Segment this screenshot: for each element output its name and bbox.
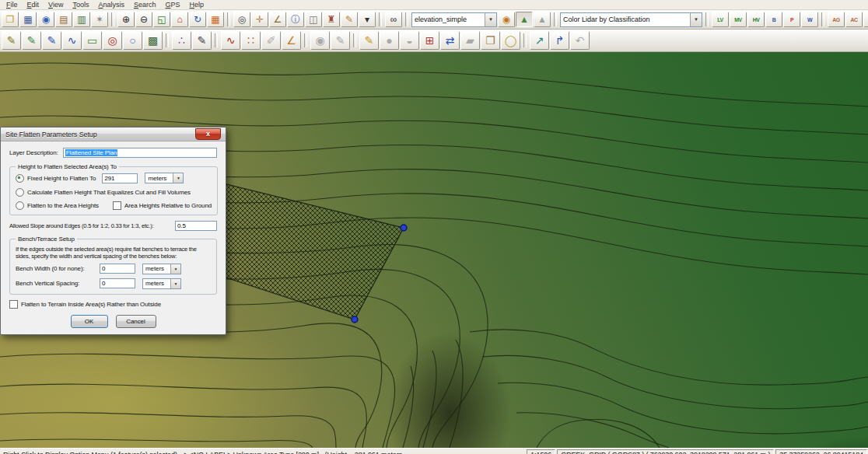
menu-file[interactable]: File	[2, 1, 23, 9]
menu-edit[interactable]: Edit	[23, 1, 44, 9]
move-vertex-button[interactable]: ∿	[221, 31, 240, 50]
lidar-color-combo[interactable]: Color Lidar by Classification▼	[560, 12, 702, 27]
combine-areas-button[interactable]: ◒	[400, 31, 419, 50]
classify-low-veg-button[interactable]: LV	[712, 12, 729, 27]
zoom-in-button[interactable]: ⊕	[117, 12, 135, 27]
classify-water-button[interactable]: W	[801, 12, 818, 27]
copy-feature-button[interactable]: ❐	[481, 31, 500, 50]
edit-vertices-button[interactable]: ✎	[192, 31, 212, 50]
cancel-button[interactable]: Cancel	[116, 315, 156, 328]
zoom-tool-button[interactable]: ◎	[233, 12, 250, 27]
layer-description-field[interactable]: Flattened Site Plan	[63, 148, 217, 158]
ok-button[interactable]: OK	[71, 315, 108, 328]
edit-attributes-button[interactable]: ⊞	[420, 31, 439, 50]
image-swipe-button[interactable]: ◫	[305, 12, 322, 27]
right-angle-mode-button[interactable]: ↱	[550, 31, 569, 50]
fixed-height-unit-combo[interactable]: meters ▼	[145, 173, 184, 183]
lidar-toolbar-button[interactable]: ♜	[323, 12, 340, 27]
menu-tools[interactable]: Tools	[68, 1, 93, 9]
menu-search[interactable]: Search	[129, 1, 161, 9]
ruler-icon: ∠	[274, 15, 282, 24]
create-point-features-button[interactable]: ∴	[172, 31, 191, 50]
full-extent-button[interactable]: ◱	[153, 12, 170, 27]
flag-edited-points-button[interactable]: ⚑	[863, 12, 868, 27]
digitizer-dropdown-button[interactable]: ▾	[359, 12, 376, 27]
measure-tool-button[interactable]: ∠	[269, 12, 286, 27]
map-viewport[interactable]: Site Flatten Parameters Setup x Layer De…	[0, 52, 868, 448]
chevron-down-icon[interactable]: ▼	[170, 279, 180, 288]
trace-feature-button[interactable]: ✎	[331, 31, 350, 50]
chevron-down-icon[interactable]: ▼	[170, 264, 180, 274]
menu-view[interactable]: View	[44, 1, 68, 9]
auto-classify-button[interactable]: AC	[845, 12, 863, 27]
chevron-down-icon[interactable]: ▼	[485, 13, 496, 26]
pan-tool-button[interactable]: ✛	[251, 12, 268, 27]
erase-feature-button[interactable]: ✐	[261, 31, 281, 50]
cut-area-button[interactable]: ●	[380, 31, 399, 50]
fixed-height-input[interactable]	[102, 173, 138, 183]
shader-options-button[interactable]: ◉	[498, 12, 515, 27]
create-line-feature-button[interactable]: ✎	[42, 31, 61, 50]
zoom-out-button[interactable]: ⊖	[135, 12, 152, 27]
chevron-down-icon[interactable]: ▼	[690, 13, 702, 26]
connect-points-button[interactable]: ∷	[241, 31, 261, 50]
create-rectangle-grid-button[interactable]: ▭	[82, 31, 102, 50]
find-features-button[interactable]: ∞	[385, 12, 402, 27]
feature-info-button[interactable]: ⓘ	[287, 12, 304, 27]
create-freehand-button[interactable]: ∿	[62, 31, 82, 50]
snap-angle-button[interactable]: ∠	[282, 31, 301, 50]
rotate-feature-button[interactable]: ▰	[460, 31, 480, 50]
map-catalog-button[interactable]: ▤	[55, 12, 72, 27]
flatten-inside-label: Flatten to Terrain Inside Area(s) Rather…	[21, 301, 161, 308]
calculate-height-radio[interactable]	[16, 188, 24, 197]
home-view-button[interactable]: ⌂	[171, 12, 188, 27]
tile-windows-button[interactable]: ▦	[207, 12, 224, 27]
move-feature-button[interactable]: ⇄	[440, 31, 460, 50]
create-rectangle-button[interactable]: ✎	[22, 31, 41, 50]
create-area-from-lines-button[interactable]: ✎	[359, 31, 379, 50]
reshape-feature-button[interactable]: ◉	[310, 31, 330, 50]
bench-width-unit-combo[interactable]: meters ▼	[142, 264, 181, 274]
relative-to-ground-checkbox[interactable]	[113, 201, 121, 210]
toolbar-separator	[405, 12, 408, 26]
classify-pole-button[interactable]: P	[783, 12, 800, 27]
snap-to-line-button[interactable]: ↗	[530, 31, 549, 50]
create-buffer-button[interactable]: ◯	[501, 31, 520, 50]
menu-gps[interactable]: GPS	[160, 1, 184, 9]
open-file-button[interactable]: ❐	[2, 12, 19, 27]
vertex[interactable]	[401, 225, 407, 231]
dialog-title-bar[interactable]: Site Flatten Parameters Setup x	[1, 127, 226, 141]
create-area-feature-button[interactable]: ✎	[2, 31, 21, 50]
menu-analysis[interactable]: Analysis	[93, 1, 129, 9]
create-range-rings-button[interactable]: ◎	[103, 31, 122, 50]
download-online-data-button[interactable]: ◉	[37, 12, 54, 27]
bench-spacing-input[interactable]	[100, 278, 135, 288]
chevron-down-icon[interactable]: ▼	[173, 173, 183, 183]
classify-building-button[interactable]: B	[765, 12, 782, 27]
fixed-height-radio[interactable]	[16, 174, 24, 183]
close-button[interactable]: x	[195, 128, 221, 140]
toolbar-separator	[379, 12, 382, 26]
allowed-slope-input[interactable]	[175, 221, 217, 231]
configuration-button[interactable]: ✶	[91, 12, 108, 27]
digitizer-tool-button[interactable]: ✎	[341, 12, 358, 27]
menu-help[interactable]: Help	[185, 1, 209, 9]
bench-width-input[interactable]	[100, 264, 135, 274]
shader-combo[interactable]: elevation_simple▼	[411, 12, 497, 27]
bench-spacing-unit-combo[interactable]: meters ▼	[142, 278, 181, 289]
undo-digitize-button[interactable]: ↶	[570, 31, 590, 50]
3d-view-button[interactable]: ▲	[516, 12, 533, 27]
redraw-button[interactable]: ↻	[189, 12, 206, 27]
create-concentric-circles-button[interactable]: ○	[123, 31, 142, 50]
create-regular-grid-button[interactable]: ▩	[143, 31, 163, 50]
save-button[interactable]: ▦	[19, 12, 37, 27]
flatten-inside-checkbox[interactable]	[9, 300, 18, 309]
area-heights-radio[interactable]	[16, 201, 24, 210]
3d-path-button[interactable]: ▲	[534, 12, 551, 27]
classify-high-veg-button[interactable]: HV	[747, 12, 765, 27]
overlay-control-center-button[interactable]: ▥	[73, 12, 90, 27]
classify-above-ground-button[interactable]: AG	[828, 12, 845, 27]
classify-med-veg-button[interactable]: MV	[730, 12, 747, 27]
vertex[interactable]	[352, 316, 358, 323]
zoom-in-icon: ⊕	[122, 15, 130, 24]
